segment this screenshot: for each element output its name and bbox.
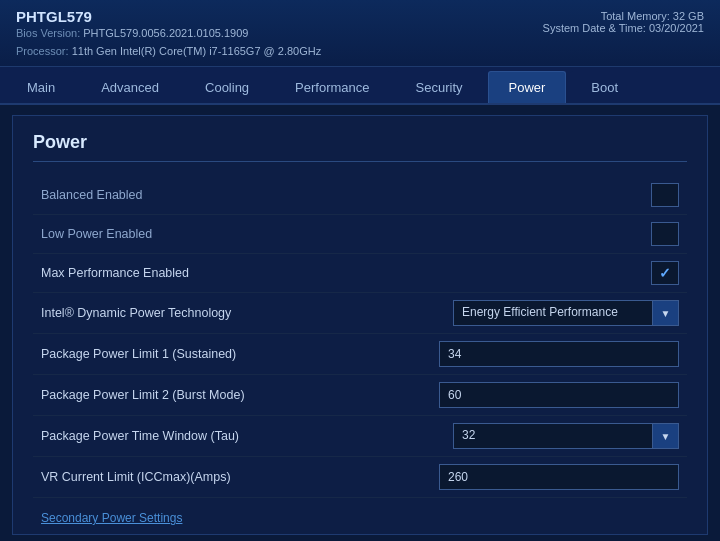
- intel-dynamic-power-label: Intel® Dynamic Power Technology: [41, 306, 231, 320]
- tab-advanced[interactable]: Advanced: [80, 71, 180, 103]
- setting-balanced-enabled: Balanced Enabled: [33, 176, 687, 215]
- package-power-time-window-control: 32 ▼: [453, 423, 679, 449]
- intel-dynamic-power-field[interactable]: Energy Efficient Performance: [453, 300, 653, 326]
- processor-info: Processor: 11th Gen Intel(R) Core(TM) i7…: [16, 43, 321, 61]
- vr-current-limit-input[interactable]: [439, 464, 679, 490]
- memory-info: Total Memory: 32 GB: [543, 10, 704, 22]
- package-power-time-window-field[interactable]: 32: [453, 423, 653, 449]
- header: PHTGL579 Bios Version: PHTGL579.0056.202…: [0, 0, 720, 67]
- bios-info: Bios Version: PHTGL579.0056.2021.0105.19…: [16, 25, 321, 43]
- bios-value: PHTGL579.0056.2021.0105.1909: [83, 27, 248, 39]
- model-name: PHTGL579: [16, 8, 321, 25]
- tab-cooling[interactable]: Cooling: [184, 71, 270, 103]
- tab-security[interactable]: Security: [395, 71, 484, 103]
- low-power-enabled-label: Low Power Enabled: [41, 227, 152, 241]
- max-performance-enabled-checkbox[interactable]: [651, 261, 679, 285]
- setting-package-power-time-window: Package Power Time Window (Tau) 32 ▼: [33, 416, 687, 457]
- max-performance-enabled-label: Max Performance Enabled: [41, 266, 189, 280]
- tab-performance[interactable]: Performance: [274, 71, 390, 103]
- package-power-limit-1-label: Package Power Limit 1 (Sustained): [41, 347, 236, 361]
- setting-vr-current-limit: VR Current Limit (ICCmax)(Amps): [33, 457, 687, 498]
- intel-dynamic-power-arrow[interactable]: ▼: [653, 300, 679, 326]
- balanced-enabled-checkbox[interactable]: [651, 183, 679, 207]
- secondary-power-settings-link[interactable]: Secondary Power Settings: [41, 511, 182, 525]
- setting-package-power-limit-2: Package Power Limit 2 (Burst Mode): [33, 375, 687, 416]
- setting-package-power-limit-1: Package Power Limit 1 (Sustained): [33, 334, 687, 375]
- package-power-time-window-label: Package Power Time Window (Tau): [41, 429, 239, 443]
- low-power-enabled-checkbox[interactable]: [651, 222, 679, 246]
- page-title: Power: [33, 132, 687, 162]
- tab-power[interactable]: Power: [488, 71, 567, 103]
- memory-label: Total Memory:: [601, 10, 670, 22]
- processor-value: 11th Gen Intel(R) Core(TM) i7-1165G7 @ 2…: [72, 45, 322, 57]
- nav-tabs: Main Advanced Cooling Performance Securi…: [0, 67, 720, 105]
- vr-current-limit-label: VR Current Limit (ICCmax)(Amps): [41, 470, 231, 484]
- footer-row: Secondary Power Settings: [33, 498, 687, 530]
- datetime-info: System Date & Time: 03/20/2021: [543, 22, 704, 34]
- setting-max-performance-enabled: Max Performance Enabled: [33, 254, 687, 293]
- datetime-label: System Date & Time:: [543, 22, 646, 34]
- datetime-value: 03/20/2021: [649, 22, 704, 34]
- package-power-time-window-arrow[interactable]: ▼: [653, 423, 679, 449]
- package-power-limit-1-input[interactable]: [439, 341, 679, 367]
- processor-label: Processor:: [16, 45, 69, 57]
- bios-label: Bios Version:: [16, 27, 80, 39]
- content-area: Power Balanced Enabled Low Power Enabled…: [12, 115, 708, 535]
- intel-dynamic-power-control: Energy Efficient Performance ▼: [453, 300, 679, 326]
- package-power-limit-2-label: Package Power Limit 2 (Burst Mode): [41, 388, 245, 402]
- setting-intel-dynamic-power: Intel® Dynamic Power Technology Energy E…: [33, 293, 687, 334]
- tab-boot[interactable]: Boot: [570, 71, 639, 103]
- balanced-enabled-label: Balanced Enabled: [41, 188, 142, 202]
- system-info-right: Total Memory: 32 GB System Date & Time: …: [543, 8, 704, 34]
- setting-low-power-enabled: Low Power Enabled: [33, 215, 687, 254]
- memory-value: 32 GB: [673, 10, 704, 22]
- package-power-limit-2-input[interactable]: [439, 382, 679, 408]
- tab-main[interactable]: Main: [6, 71, 76, 103]
